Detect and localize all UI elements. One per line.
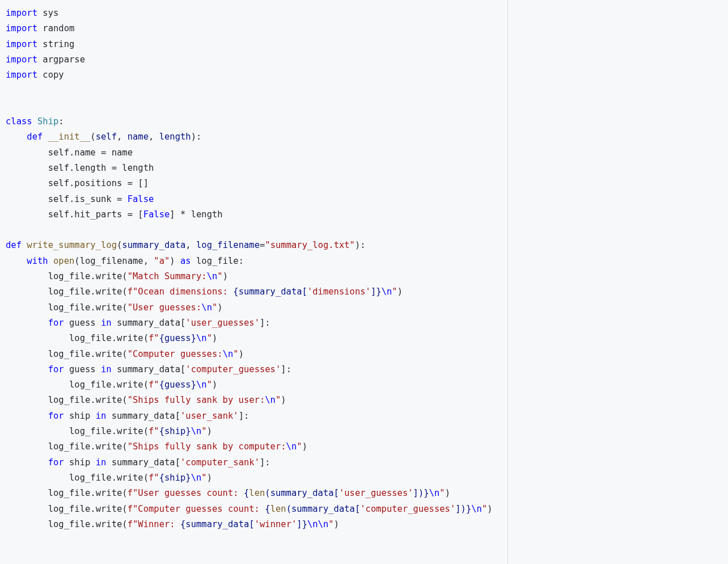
code-line: self.length = length: [6, 163, 154, 173]
code-line: log_file.write("Ships fully sank by user…: [6, 395, 286, 405]
code-line: def __init__(self, name, length):: [6, 132, 201, 142]
code-line: log_file.write(f"{guess}\n"): [6, 380, 217, 390]
code-line: log_file.write("Match Summary:\n"): [6, 271, 228, 281]
code-line: self.is_sunk = False: [6, 194, 154, 204]
code-line: self.name = name: [6, 148, 133, 158]
code-line: log_file.write(f"Computer guesses count:…: [6, 504, 493, 514]
code-line: self.hit_parts = [False] * length: [6, 209, 223, 220]
code-line: log_file.write("Ships fully sank by comp…: [6, 441, 307, 452]
code-line: import sys: [6, 8, 58, 18]
code-line: for ship in summary_data['computer_sank'…: [6, 457, 270, 468]
code-block: import sys import random import string i…: [6, 6, 722, 532]
code-line: log_file.write(f"Winner: {summary_data['…: [6, 519, 339, 529]
code-line: log_file.write(f"{ship}\n"): [6, 473, 212, 483]
code-line: log_file.write(f"{guess}\n"): [6, 333, 217, 343]
code-line: import argparse: [6, 54, 85, 65]
code-line: log_file.write(f"User guesses count: {le…: [6, 488, 450, 498]
code-line: log_file.write("Computer guesses:\n"): [6, 349, 244, 359]
code-line: class Ship:: [6, 116, 64, 127]
code-line: def write_summary_log(summary_data, log_…: [6, 240, 366, 250]
code-line: import copy: [6, 70, 64, 80]
code-line: log_file.write(f"Ocean dimensions: {summ…: [6, 287, 403, 297]
code-line: import string: [6, 39, 74, 49]
page: import sys import random import string i…: [0, 0, 728, 564]
code-line: for guess in summary_data['user_guesses'…: [6, 318, 270, 328]
code-line: for ship in summary_data['user_sank']:: [6, 411, 249, 421]
code-line: log_file.write("User guesses:\n"): [6, 302, 223, 313]
code-line: with open(log_filename, "a") as log_file…: [6, 256, 244, 266]
code-line: import random: [6, 23, 74, 33]
code-line: log_file.write(f"{ship}\n"): [6, 426, 212, 436]
code-line: for guess in summary_data['computer_gues…: [6, 364, 291, 374]
code-line: self.positions = []: [6, 178, 149, 188]
